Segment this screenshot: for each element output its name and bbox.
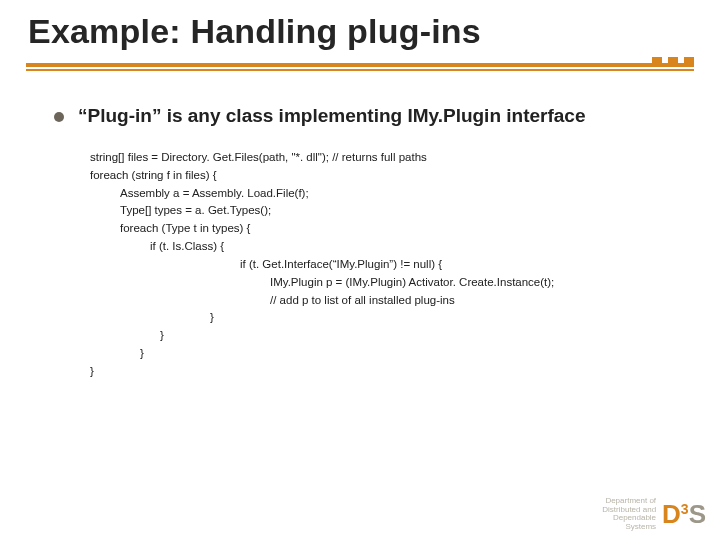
code-line: // add p to list of all installed plug-i… xyxy=(90,292,682,310)
code-line: } xyxy=(90,363,682,381)
code-line: Type[] types = a. Get.Types(); xyxy=(90,202,682,220)
code-line: string[] files = Directory. Get.Files(pa… xyxy=(90,149,682,167)
code-line: if (t. Get.Interface(“IMy.Plugin”) != nu… xyxy=(90,256,682,274)
code-line: } xyxy=(90,309,682,327)
code-line: } xyxy=(90,327,682,345)
title-area: Example: Handling plug-ins xyxy=(0,0,720,57)
code-line: if (t. Is.Class) { xyxy=(90,238,682,256)
code-line: IMy.Plugin p = (IMy.Plugin) Activator. C… xyxy=(90,274,682,292)
title-underline xyxy=(0,63,720,71)
code-block: string[] files = Directory. Get.Files(pa… xyxy=(90,149,682,381)
code-line: } xyxy=(90,345,682,363)
bullet-item: “Plug-in” is any class implementing IMy.… xyxy=(54,105,682,127)
logo-s: S xyxy=(689,499,706,530)
dept-line: Systems xyxy=(602,523,656,532)
footer: Department of Distributed and Dependable… xyxy=(602,497,706,532)
logo-3: 3 xyxy=(681,501,689,517)
rule-thin xyxy=(26,69,694,71)
department-text: Department of Distributed and Dependable… xyxy=(602,497,656,532)
code-line: foreach (string f in files) { xyxy=(90,167,682,185)
content-area: “Plug-in” is any class implementing IMy.… xyxy=(0,71,720,381)
logo-d: D xyxy=(662,499,681,530)
rule-thick xyxy=(26,63,694,67)
slide: Example: Handling plug-ins “Plug-in” is … xyxy=(0,0,720,540)
dot-icon xyxy=(668,57,678,67)
slide-title: Example: Handling plug-ins xyxy=(28,12,692,51)
decorative-dots xyxy=(652,57,694,67)
bullet-text: “Plug-in” is any class implementing IMy.… xyxy=(78,105,585,127)
code-line: Assembly a = Assembly. Load.File(f); xyxy=(90,185,682,203)
code-line: foreach (Type t in types) { xyxy=(90,220,682,238)
dot-icon xyxy=(684,57,694,67)
dot-icon xyxy=(652,57,662,67)
bullet-icon xyxy=(54,112,64,122)
d3s-logo: D 3 S xyxy=(662,499,706,530)
